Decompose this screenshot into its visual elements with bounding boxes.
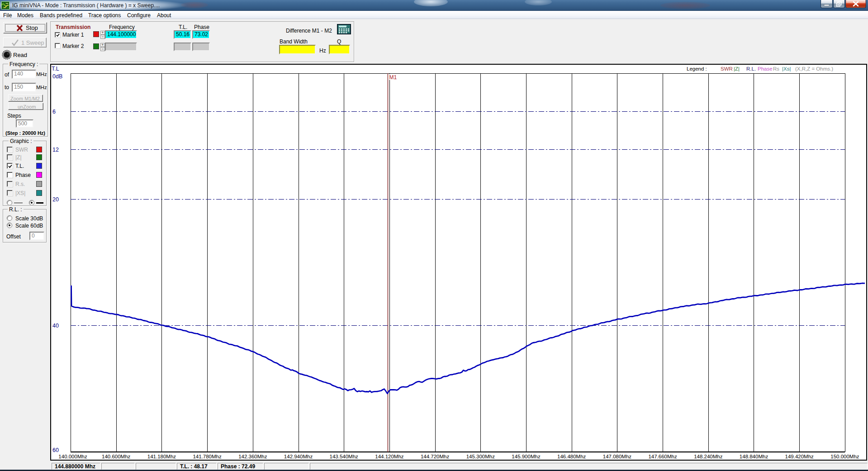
svg-text:140.600Mhz: 140.600Mhz — [102, 454, 131, 459]
svg-text:Rs: Rs — [773, 66, 779, 71]
svg-text:145.300Mhz: 145.300Mhz — [466, 454, 495, 459]
svg-text:144.120Mhz: 144.120Mhz — [375, 454, 404, 459]
svg-text:|Z|: |Z| — [734, 66, 740, 71]
svg-text:40: 40 — [52, 323, 59, 329]
svg-text:T.L: T.L — [52, 66, 59, 72]
svg-text:Phase: Phase — [758, 66, 773, 71]
svg-text:144.720Mhz: 144.720Mhz — [421, 454, 450, 459]
svg-text:150.000Mhz: 150.000Mhz — [830, 454, 859, 459]
svg-text:143.540Mhz: 143.540Mhz — [330, 454, 359, 459]
svg-text:141.780Mhz: 141.780Mhz — [193, 454, 222, 459]
svg-text:SWR: SWR — [721, 66, 733, 71]
svg-text:148.240Mhz: 148.240Mhz — [694, 454, 723, 459]
svg-text:6: 6 — [52, 109, 56, 115]
svg-text:149.420Mhz: 149.420Mhz — [785, 454, 814, 459]
svg-text:20: 20 — [52, 196, 59, 203]
svg-text:147.660Mhz: 147.660Mhz — [648, 454, 677, 459]
svg-text:147.080Mhz: 147.080Mhz — [603, 454, 632, 459]
svg-text:148.840Mhz: 148.840Mhz — [740, 454, 768, 459]
svg-text:12: 12 — [52, 147, 59, 153]
svg-text:60: 60 — [52, 447, 59, 453]
svg-text:R.L.: R.L. — [746, 66, 756, 71]
svg-text:|Xs|: |Xs| — [782, 66, 791, 71]
svg-text:142.940Mhz: 142.940Mhz — [284, 454, 313, 459]
svg-text:140.000Mhz: 140.000Mhz — [58, 454, 87, 459]
svg-text:146.480Mhz: 146.480Mhz — [557, 454, 586, 459]
svg-text:0dB: 0dB — [52, 73, 62, 80]
svg-text:141.180Mhz: 141.180Mhz — [147, 454, 176, 459]
svg-text:M1: M1 — [389, 74, 397, 81]
svg-text:(X,R,Z = Ohms.): (X,R,Z = Ohms.) — [795, 66, 833, 71]
svg-text:Legend :: Legend : — [687, 66, 707, 71]
svg-text:145.900Mhz: 145.900Mhz — [512, 454, 541, 459]
svg-text:142.360Mhz: 142.360Mhz — [238, 454, 267, 459]
